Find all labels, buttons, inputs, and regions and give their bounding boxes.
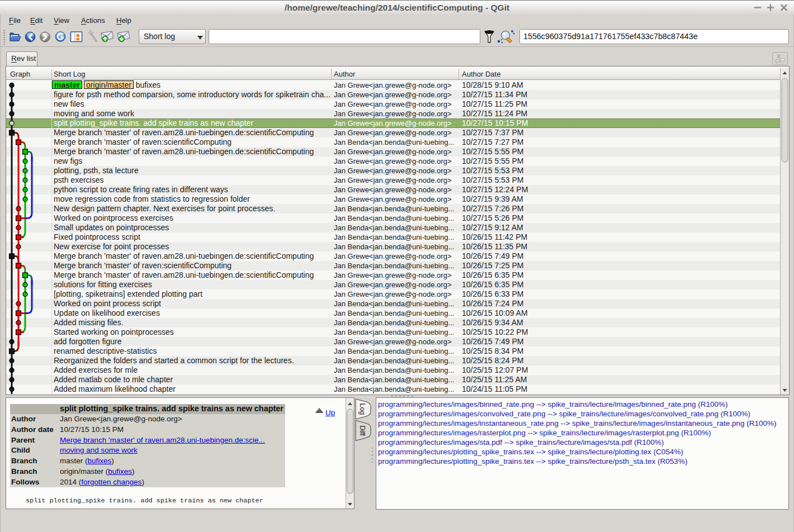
svg-text:Diff: Diff bbox=[358, 425, 366, 436]
svg-text:Log: Log bbox=[358, 403, 366, 415]
